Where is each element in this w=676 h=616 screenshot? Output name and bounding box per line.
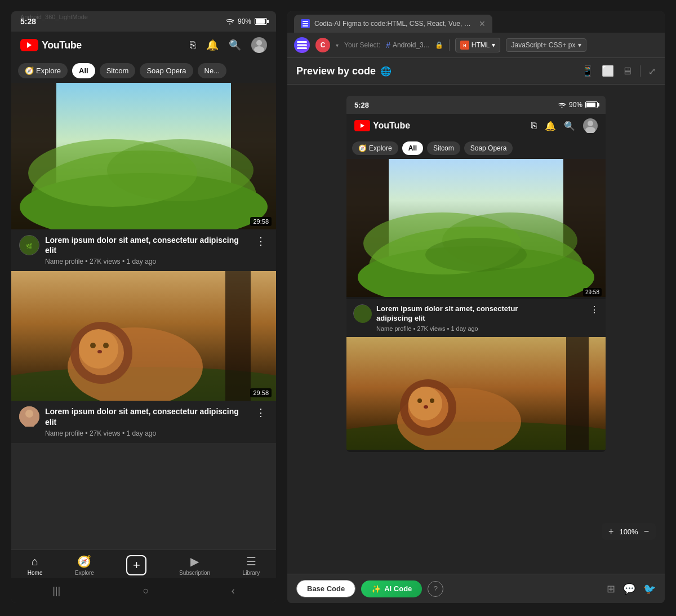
preview-header-icons: ⎘ 🔔 🔍	[531, 118, 598, 133]
library-icon: ☰	[246, 555, 256, 568]
svg-rect-25	[303, 23, 308, 24]
nav-add[interactable]: +	[126, 555, 146, 575]
preview-battery-tip	[598, 103, 599, 107]
preview-status-right: 90%	[558, 101, 598, 109]
preview-video2-thumbnail	[346, 337, 606, 452]
preview-cast-icon[interactable]: ⎘	[531, 121, 537, 131]
video2-title: Lorem ipsum dolor sit amet, consectetur …	[45, 406, 248, 427]
preview-compass-icon: 🧭	[358, 144, 367, 152]
html-dropdown-button[interactable]: H HTML ▾	[455, 38, 501, 52]
youtube-logo-icon	[20, 39, 38, 51]
preview-filter-sitcom[interactable]: Sitcom	[427, 141, 460, 155]
preview-search-icon[interactable]: 🔍	[564, 121, 575, 131]
user-avatar-codia: C	[315, 38, 330, 52]
help-button[interactable]: ?	[428, 581, 443, 597]
nav-library[interactable]: ☰ Library	[243, 555, 260, 576]
browser-tab[interactable]: Codia-AI Figma to code:HTML, CSS, React,…	[294, 15, 492, 33]
your-select-label: Your Select:	[344, 41, 380, 49]
preview-phone: 5:28 90%	[346, 96, 606, 452]
preview-filter-soap[interactable]: Soap Opera	[464, 141, 513, 155]
toolbar-divider-1	[449, 39, 450, 51]
compass-icon: 🧭	[25, 67, 34, 75]
svg-text:🌿: 🌿	[26, 243, 33, 250]
svg-point-47	[408, 387, 442, 420]
video1-duration: 29:58	[250, 217, 272, 226]
js-css-dropdown-button[interactable]: JavaScript+ CSS+ px ▾	[506, 38, 586, 52]
nav-subscription-label: Subscription	[179, 570, 210, 576]
svg-point-22	[25, 410, 33, 418]
yt-header-icons: ⎘ 🔔 🔍	[190, 37, 267, 53]
expand-icon[interactable]: ⤢	[648, 66, 656, 77]
zoom-out-button[interactable]: −	[644, 526, 649, 537]
bell-icon[interactable]: 🔔	[206, 39, 219, 51]
preview-more-button[interactable]: ⋮	[590, 304, 599, 315]
svg-point-8	[107, 139, 254, 201]
filter-sitcom[interactable]: Sitcom	[100, 63, 136, 78]
svg-point-18	[103, 343, 109, 348]
svg-point-1	[254, 46, 264, 53]
browser-tab-bar: Codia-AI Figma to code:HTML, CSS, React,…	[287, 11, 665, 33]
video1-meta: Name profile • 27K views • 1 day ago	[45, 258, 248, 265]
svg-point-16	[79, 329, 118, 369]
tab-close-button[interactable]: ✕	[479, 19, 486, 28]
preview-filter-all[interactable]: All	[402, 141, 423, 155]
home-icon: ⌂	[32, 555, 38, 568]
tablet-device-icon[interactable]: ⬜	[602, 65, 614, 77]
discord-icon[interactable]: 💬	[623, 583, 635, 595]
preview-bell-icon[interactable]: 🔔	[545, 121, 556, 131]
video2-more-button[interactable]: ⋮	[254, 406, 268, 419]
user-avatar[interactable]	[251, 37, 267, 53]
ai-code-button[interactable]: ✨ AI Code	[361, 580, 422, 597]
preview-filter-explore[interactable]: 🧭 Explore	[352, 141, 398, 155]
base-code-button[interactable]: Base Code	[296, 580, 355, 597]
android-home-circle[interactable]: ○	[143, 585, 149, 597]
android-menu-icon[interactable]: |||	[52, 585, 60, 597]
filter-all[interactable]: All	[72, 63, 95, 78]
preview-battery-percent: 90%	[569, 101, 582, 109]
twitter-icon[interactable]: 🐦	[643, 583, 656, 595]
nav-home[interactable]: ⌂ Home	[28, 555, 43, 576]
filter-more[interactable]: Ne...	[198, 63, 226, 78]
nav-explore[interactable]: 🧭 Explore	[75, 555, 94, 576]
preview-video1-meta: Name profile • 27K views • 1 day ago	[376, 325, 585, 332]
preview-icon: 🌐	[380, 66, 392, 77]
battery-tip	[267, 20, 269, 23]
bottom-nav: ⌂ Home 🧭 Explore + ▶ Subscription ☰ Libr…	[11, 549, 276, 578]
bottom-toolbar: Base Code ✨ AI Code ? ⊞ 💬 🐦	[287, 574, 665, 603]
status-icons: 90%	[225, 17, 267, 25]
video1-thumb-image	[11, 83, 276, 229]
preview-yt-icon	[354, 120, 370, 131]
video2-info: Lorem ipsum dolor sit amet, consectetur …	[11, 401, 276, 442]
svg-point-50	[424, 405, 428, 409]
svg-rect-51	[566, 337, 589, 450]
nav-library-label: Library	[243, 570, 260, 576]
device-label: Android_360_LightMode	[20, 14, 88, 20]
video2-duration: 29:58	[250, 388, 272, 397]
preview-yt-logo: YouTube	[354, 120, 410, 131]
hash-icon: #	[386, 41, 390, 50]
add-icon[interactable]: +	[126, 555, 146, 575]
search-icon[interactable]: 🔍	[229, 39, 241, 51]
user-dropdown-arrow[interactable]: ▾	[336, 42, 339, 48]
preview-video1-thumbnail: 29:58	[346, 159, 606, 299]
android-back-icon[interactable]: ‹	[232, 585, 235, 597]
tab-title: Codia-AI Figma to code:HTML, CSS, React,…	[314, 20, 472, 28]
lock-icon: 🔒	[435, 41, 443, 49]
battery-icon	[255, 18, 267, 25]
grid-icon[interactable]: ⊞	[607, 583, 615, 595]
filter-explore[interactable]: 🧭 Explore	[18, 63, 68, 78]
preview-wifi-icon	[558, 102, 566, 108]
video2-text: Lorem ipsum dolor sit amet, consectetur …	[45, 406, 248, 437]
preview-lion-svg	[346, 337, 606, 450]
video2-channel-avatar	[19, 406, 39, 427]
filter-soap-opera[interactable]: Soap Opera	[140, 63, 193, 78]
svg-rect-27	[297, 41, 307, 43]
preview-yt-text: YouTube	[373, 121, 410, 131]
desktop-device-icon[interactable]: 🖥	[622, 65, 632, 77]
mobile-device-icon[interactable]: 📱	[581, 65, 594, 77]
yt-logo: YouTube	[20, 39, 82, 51]
nav-subscription[interactable]: ▶ Subscription	[179, 555, 210, 576]
zoom-in-button[interactable]: +	[608, 526, 613, 537]
video1-more-button[interactable]: ⋮	[254, 235, 268, 247]
cast-icon[interactable]: ⎘	[190, 39, 196, 51]
